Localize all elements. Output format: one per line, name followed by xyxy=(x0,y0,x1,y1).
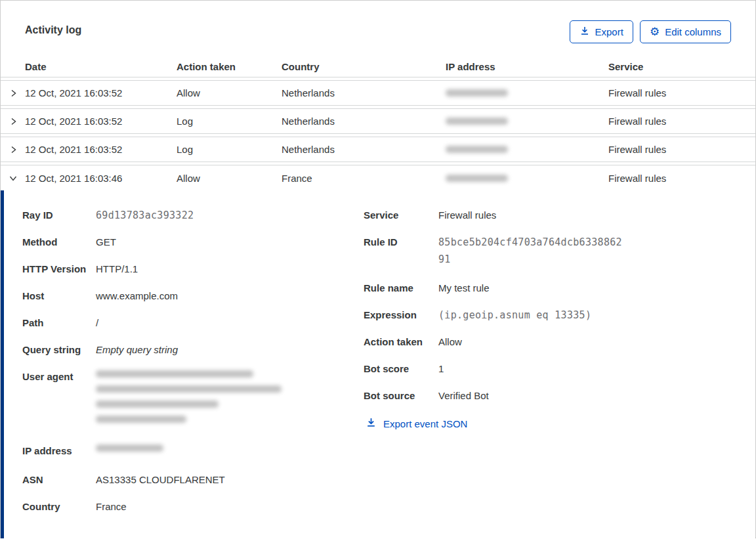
detail-field-value: / xyxy=(96,316,98,330)
detail-field-country: CountryFrance xyxy=(22,500,364,513)
table-row[interactable]: 12 Oct, 2021 16:03:52AllowNetherlandsFir… xyxy=(1,80,755,106)
chevron-right-icon[interactable] xyxy=(1,145,25,154)
cell-date: 12 Oct, 2021 16:03:52 xyxy=(25,87,177,98)
cell-date: 12 Oct, 2021 16:03:52 xyxy=(25,116,177,127)
detail-field-value: 85bce5b204cf4703a764dcb633886291 xyxy=(438,234,625,268)
redacted-blur xyxy=(446,175,508,182)
detail-field-value: www.example.com xyxy=(96,290,178,303)
cell-action-taken: Log xyxy=(177,144,282,155)
cell-ip-address-redacted xyxy=(446,118,608,125)
detail-field-label: User agent xyxy=(22,370,96,383)
redacted-blur xyxy=(96,416,186,423)
detail-field-value: Allow xyxy=(438,335,462,349)
download-icon xyxy=(579,26,590,38)
detail-field-value: My test rule xyxy=(438,282,490,295)
detail-field-rule-name: Rule nameMy test rule xyxy=(364,282,731,295)
cell-country: Netherlands xyxy=(282,87,446,98)
cell-service: Firewall rules xyxy=(608,116,755,127)
detail-field-host: Hostwww.example.com xyxy=(22,290,364,303)
detail-column-right: ServiceFirewall rulesRule ID85bce5b204cf… xyxy=(364,209,731,538)
detail-field-bot-score: Bot score1 xyxy=(364,362,731,376)
cell-country: France xyxy=(282,173,446,184)
column-header-country: Country xyxy=(282,61,446,72)
detail-field-label: Bot score xyxy=(364,362,438,376)
detail-column-left: Ray ID69d13783ac393322MethodGETHTTP Vers… xyxy=(22,209,364,538)
activity-log-panel: Activity log Export ⚙ Edit columns DateA… xyxy=(0,0,756,538)
detail-field-value: (ip.geoip.asnum eq 13335) xyxy=(438,309,591,322)
download-icon xyxy=(366,417,377,430)
detail-field-label: Country xyxy=(22,500,96,513)
detail-field-label: ASN xyxy=(22,473,96,487)
toolbar: Export ⚙ Edit columns xyxy=(570,20,731,43)
redacted-blur xyxy=(96,385,282,393)
detail-field-label: HTTP Version xyxy=(22,263,96,276)
column-header-action-taken: Action taken xyxy=(177,61,282,72)
detail-field-label: Rule name xyxy=(364,282,438,295)
detail-field-label: Expression xyxy=(364,309,438,322)
detail-field-value: GET xyxy=(96,236,116,249)
detail-field-value xyxy=(96,370,282,431)
chevron-right-icon[interactable] xyxy=(1,89,25,98)
detail-field-path: Path/ xyxy=(22,316,364,330)
detail-field-value: France xyxy=(96,500,127,513)
detail-field-label: IP address xyxy=(22,444,96,458)
cell-ip-address-redacted xyxy=(446,146,608,153)
detail-field-label: Action taken xyxy=(364,335,438,349)
detail-field-label: Host xyxy=(22,290,96,303)
detail-field-expression: Expression(ip.geoip.asnum eq 13335) xyxy=(364,309,731,322)
detail-field-label: Method xyxy=(22,236,96,249)
detail-field-user-agent: User agent xyxy=(22,370,364,431)
redacted-blur xyxy=(96,370,253,378)
detail-field-value: 1 xyxy=(438,362,444,376)
table-body: 12 Oct, 2021 16:03:52AllowNetherlandsFir… xyxy=(1,80,755,190)
header: Activity log Export ⚙ Edit columns xyxy=(1,1,755,56)
cell-action-taken: Allow xyxy=(177,87,282,98)
detail-field-value: AS13335 CLOUDFLARENET xyxy=(96,473,225,487)
chevron-down-icon[interactable] xyxy=(1,173,25,183)
cell-action-taken: Log xyxy=(177,116,282,127)
chevron-right-icon[interactable] xyxy=(1,117,25,126)
redacted-blur xyxy=(96,444,163,452)
detail-field-rule-id: Rule ID85bce5b204cf4703a764dcb633886291 xyxy=(364,236,731,268)
detail-field-value: 69d13783ac393322 xyxy=(96,209,194,222)
edit-columns-button[interactable]: ⚙ Edit columns xyxy=(640,20,731,43)
detail-field-label: Path xyxy=(22,316,96,330)
table-row[interactable]: 12 Oct, 2021 16:03:46AllowFranceFirewall… xyxy=(1,165,755,190)
detail-field-ip-address: IP address xyxy=(22,444,364,460)
detail-field-bot-source: Bot sourceVerified Bot xyxy=(364,389,731,402)
cell-ip-address-redacted xyxy=(446,89,608,97)
redacted-blur xyxy=(96,400,219,408)
detail-field-asn: ASNAS13335 CLOUDFLARENET xyxy=(22,473,364,487)
edit-columns-button-label: Edit columns xyxy=(665,26,721,37)
detail-field-value: Firewall rules xyxy=(438,209,496,222)
cell-date: 12 Oct, 2021 16:03:46 xyxy=(25,173,177,184)
detail-field-label: Rule ID xyxy=(364,236,438,249)
cell-country: Netherlands xyxy=(282,144,446,155)
detail-field-label: Ray ID xyxy=(22,209,96,222)
table-row[interactable]: 12 Oct, 2021 16:03:52LogNetherlandsFirew… xyxy=(1,137,755,162)
detail-field-value: Verified Bot xyxy=(438,389,489,402)
cell-action-taken: Allow xyxy=(177,173,282,184)
detail-field-value xyxy=(96,444,163,460)
detail-field-ray-id: Ray ID69d13783ac393322 xyxy=(22,209,364,222)
gear-icon: ⚙ xyxy=(650,26,660,37)
detail-field-value: Empty query string xyxy=(96,343,178,357)
table-header-row: DateAction takenCountryIP addressService xyxy=(1,56,755,77)
export-event-json-link[interactable]: Export event JSON xyxy=(366,417,467,430)
cell-service: Firewall rules xyxy=(608,87,755,98)
detail-field-service: ServiceFirewall rules xyxy=(364,209,731,222)
detail-field-label: Bot source xyxy=(364,389,438,402)
expanded-event-details: Ray ID69d13783ac393322MethodGETHTTP Vers… xyxy=(1,190,755,538)
cell-service: Firewall rules xyxy=(608,173,755,184)
page-title: Activity log xyxy=(25,20,81,36)
cell-ip-address-redacted xyxy=(446,175,608,182)
export-event-json-label: Export event JSON xyxy=(383,418,467,429)
table-row[interactable]: 12 Oct, 2021 16:03:52LogNetherlandsFirew… xyxy=(1,108,755,134)
column-header-date: Date xyxy=(25,61,177,72)
export-button[interactable]: Export xyxy=(570,20,633,43)
detail-field-value: HTTP/1.1 xyxy=(96,263,138,276)
redacted-blur xyxy=(446,89,508,97)
detail-field-method: MethodGET xyxy=(22,236,364,249)
redacted-blur xyxy=(446,146,508,153)
redacted-blur xyxy=(446,118,508,125)
